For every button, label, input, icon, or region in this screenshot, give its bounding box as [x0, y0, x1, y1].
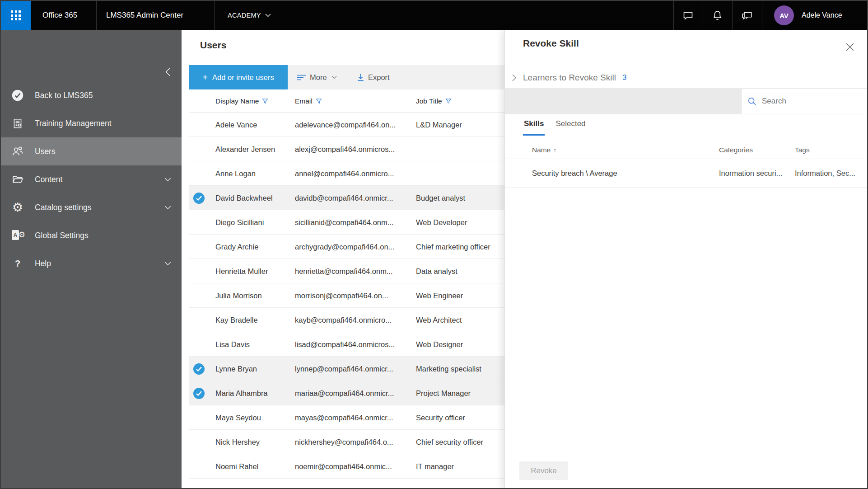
- sidebar-item-help[interactable]: ?Help: [1, 249, 182, 277]
- gear-icon: ⚙: [11, 201, 24, 214]
- user-email: morrisonj@compafi464.on...: [295, 283, 413, 308]
- admin-icon: A⚙: [11, 229, 24, 242]
- search-input[interactable]: [761, 96, 856, 106]
- bell-icon[interactable]: [703, 1, 732, 30]
- skill-name: Security breach \ Average: [532, 159, 713, 188]
- sidebar-item-label: Users: [35, 147, 56, 156]
- sidebar-item-users[interactable]: Users: [1, 137, 182, 165]
- column-header-name[interactable]: Name ↑: [532, 141, 556, 159]
- panel-toolbar: [505, 88, 868, 114]
- user-name[interactable]: Adele Vance: [802, 1, 842, 30]
- column-header-categories[interactable]: Categories: [719, 141, 753, 159]
- waffle-icon: [11, 10, 21, 20]
- column-header-display-name[interactable]: Display Name: [215, 89, 268, 113]
- toolbar: + Add or invite users More Export: [189, 65, 504, 89]
- sidebar-item-label: Help: [35, 259, 51, 268]
- sidebar-item-back-to-lms365[interactable]: Back to LMS365: [1, 81, 182, 109]
- table-row[interactable]: Adele Vance adelevance@compafi464.on... …: [189, 113, 504, 137]
- sidebar-item-label: Training Management: [35, 119, 112, 128]
- table-row[interactable]: Grady Archie archygrady@compafi464.on...…: [189, 235, 504, 259]
- column-label: Display Name: [215, 97, 259, 105]
- sidebar-nav: Back to LMS365Training ManagementUsersCo…: [1, 81, 182, 277]
- user-email: davidb@compafi464.onmicr...: [295, 186, 413, 210]
- chevron-down-icon: [265, 14, 271, 17]
- folder-icon: [11, 173, 24, 186]
- users-page: Users + Add or invite users More Export …: [182, 30, 504, 489]
- table-row[interactable]: Noemi Rahel noemir@compafi464.onmic... I…: [189, 454, 504, 479]
- revoke-button[interactable]: Revoke: [519, 461, 568, 480]
- table-row[interactable]: Henrietta Muller henrietta@compafi464.on…: [189, 259, 504, 283]
- admin-center-link[interactable]: LMS365 Admin Center: [106, 1, 183, 30]
- user-job-title: [416, 161, 504, 186]
- search-box[interactable]: [741, 88, 868, 114]
- academy-dropdown[interactable]: ACADEMY: [228, 1, 271, 30]
- feedback-icon[interactable]: [733, 1, 761, 30]
- user-display-name: Nick Hershey: [215, 430, 293, 454]
- skills-table-header: Name ↑ Categories Tags: [505, 141, 868, 159]
- table-row[interactable]: Nick Hershey nickhershey@compafi464.o...…: [189, 430, 504, 454]
- user-display-name: Noemi Rahel: [215, 454, 293, 479]
- user-job-title: [416, 137, 504, 161]
- page-title: Users: [200, 40, 226, 51]
- user-display-name: Maria Alhambra: [215, 381, 293, 405]
- sidebar-item-label: Back to LMS365: [35, 91, 93, 100]
- table-row[interactable]: Lisa Davis lisad@compafi464.onmicros... …: [189, 332, 504, 357]
- user-email: mayas@compafi464.onmicr...: [295, 405, 413, 430]
- table-row[interactable]: Lynne Bryan lynnep@compafi464.onmicr... …: [189, 357, 504, 381]
- users-icon: [11, 145, 24, 158]
- export-button[interactable]: Export: [357, 65, 390, 89]
- sidebar-item-global-settings[interactable]: A⚙Global Settings: [1, 221, 182, 249]
- user-display-name: Lynne Bryan: [215, 357, 293, 381]
- user-email: sicillianid@compafi464.onm...: [295, 210, 413, 235]
- chevron-down-icon: [164, 262, 171, 266]
- user-job-title: Web Architect: [416, 308, 504, 332]
- column-header-job-title[interactable]: Job Title: [416, 89, 452, 113]
- column-header-tags[interactable]: Tags: [795, 141, 810, 159]
- user-display-name: David Backwheel: [215, 186, 293, 210]
- user-job-title: Security officer: [416, 405, 504, 430]
- topbar-divider: [762, 1, 762, 30]
- skill-row[interactable]: Security breach \ Average Inormation sec…: [505, 159, 868, 188]
- user-email: lynnep@compafi464.onmicr...: [295, 357, 413, 381]
- panel-tabs: Skills Selected: [524, 119, 586, 136]
- table-row[interactable]: Kay Bradelle kayb@compafi464.onmicro... …: [189, 308, 504, 332]
- tab-skills[interactable]: Skills: [524, 119, 544, 136]
- table-row[interactable]: Julia Morrison morrisonj@compafi464.on..…: [189, 283, 504, 308]
- table-row[interactable]: Maria Alhambra mariaa@compafi464.onmicr.…: [189, 381, 504, 405]
- chat-icon[interactable]: [673, 1, 702, 30]
- app-launcher-button[interactable]: [1, 1, 31, 30]
- learners-expander[interactable]: Learners to Revoke Skill 3: [512, 71, 626, 85]
- search-icon: [748, 97, 756, 106]
- plus-icon: +: [202, 72, 208, 83]
- sidebar-item-training-management[interactable]: Training Management: [1, 109, 182, 137]
- user-display-name: Alexander Jensen: [215, 137, 293, 161]
- filter-icon[interactable]: [445, 98, 452, 104]
- table-row[interactable]: David Backwheel davidb@compafi464.onmicr…: [189, 186, 504, 210]
- more-menu-button[interactable]: More: [297, 65, 337, 89]
- user-email: kayb@compafi464.onmicro...: [295, 308, 413, 332]
- table-row[interactable]: Maya Seydou mayas@compafi464.onmicr... S…: [189, 405, 504, 430]
- user-email: henrietta@compafi464.onm...: [295, 259, 413, 283]
- skills-table: Name ↑ Categories Tags Security breach \…: [505, 141, 868, 188]
- table-row[interactable]: Diego Sicilliani sicillianid@compafi464.…: [189, 210, 504, 235]
- sidebar-item-content[interactable]: Content: [1, 165, 182, 193]
- table-row[interactable]: Alexander Jensen alexj@compafi464.onmicr…: [189, 137, 504, 161]
- office365-link[interactable]: Office 365: [42, 1, 77, 30]
- user-display-name: Maya Seydou: [215, 405, 293, 430]
- user-job-title: Chief security officer: [416, 430, 504, 454]
- user-job-title: Web Developer: [416, 210, 504, 235]
- filter-icon[interactable]: [316, 98, 322, 104]
- sidebar-collapse-button[interactable]: [163, 66, 176, 78]
- add-or-invite-users-button[interactable]: + Add or invite users: [189, 65, 288, 89]
- close-icon[interactable]: [845, 42, 855, 52]
- users-table-body: Adele Vance adelevance@compafi464.on... …: [189, 113, 504, 479]
- sidebar-item-catalog-settings[interactable]: ⚙Catalog settings: [1, 193, 182, 221]
- column-header-email[interactable]: Email: [295, 89, 322, 113]
- tab-selected[interactable]: Selected: [555, 119, 585, 136]
- table-row[interactable]: Anne Logan annel@compafi464.onmicro...: [189, 161, 504, 186]
- avatar[interactable]: AV: [774, 5, 794, 25]
- user-job-title: L&D Manager: [416, 113, 504, 137]
- filter-icon[interactable]: [262, 98, 268, 104]
- user-email: noemir@compafi464.onmic...: [295, 454, 413, 479]
- column-label: Email: [295, 97, 313, 105]
